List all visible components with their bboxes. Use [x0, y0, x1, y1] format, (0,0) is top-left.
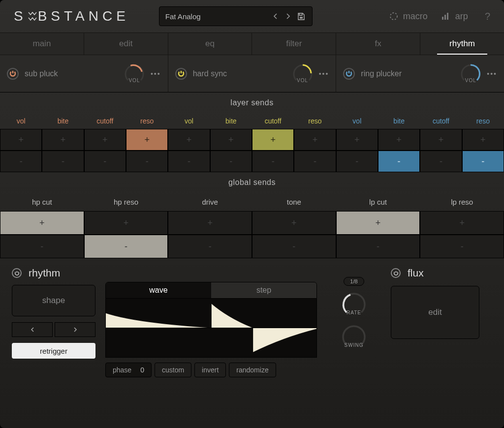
layer-1-power-icon[interactable]	[7, 68, 19, 80]
ls-cell[interactable]: -	[168, 151, 210, 172]
step-tab[interactable]: step	[211, 282, 316, 298]
tab-fx[interactable]: fx	[336, 33, 420, 55]
layer-2-more-icon[interactable]: •••	[319, 70, 329, 78]
gs-cell[interactable]: -	[168, 235, 252, 258]
layer-2-power-icon[interactable]	[175, 68, 187, 80]
gs-cell[interactable]: +	[84, 211, 168, 235]
ls-cell[interactable]: -	[462, 151, 504, 172]
rhythm-title: rhythm	[12, 267, 95, 279]
global-sends-title: global sends	[0, 172, 504, 193]
ls-cell[interactable]: +	[168, 129, 210, 151]
ls-cell[interactable]: -	[84, 151, 126, 172]
flux-power-icon[interactable]	[391, 268, 401, 278]
global-sends-headers: hp cuthp resodrivetonelp cutlp reso	[0, 193, 504, 211]
ls-cell[interactable]: +	[126, 129, 168, 151]
ls-cell[interactable]: -	[378, 151, 420, 172]
shape-prev-icon[interactable]	[12, 322, 53, 337]
layer-2-name: hard sync	[193, 69, 291, 78]
ls-cell[interactable]: -	[420, 151, 462, 172]
randomize-button[interactable]: randomize	[229, 363, 276, 377]
arp-button[interactable]: arp	[441, 11, 468, 22]
tab-main[interactable]: main	[0, 33, 84, 55]
preset-name: Fat Analog	[165, 12, 268, 21]
save-icon[interactable]	[296, 11, 306, 21]
ls-cell[interactable]: +	[378, 129, 420, 151]
swing-knob[interactable]: SWING	[340, 322, 368, 351]
preset-next-icon[interactable]	[284, 11, 293, 21]
svg-point-0	[390, 13, 397, 20]
gs-cell[interactable]: +	[420, 211, 504, 235]
flux-edit-button[interactable]: edit	[391, 286, 479, 339]
ls-cell[interactable]: +	[420, 129, 462, 151]
shape-button[interactable]: shape	[12, 285, 95, 316]
logo-mark-icon	[28, 12, 37, 21]
wave-step-tabs: wave step	[105, 282, 317, 299]
wave-display[interactable]	[105, 299, 317, 358]
layer-2: hard sync VOL •••	[168, 55, 336, 92]
ls-cell[interactable]: +	[42, 129, 84, 151]
layer-strips: sub pluck VOL ••• hard sync VOL ••• ring…	[0, 55, 504, 92]
rate-division[interactable]: 1/8	[344, 277, 364, 286]
gs-cell[interactable]: +	[252, 211, 336, 235]
ls-cell[interactable]: +	[252, 129, 294, 151]
ls-cell[interactable]: +	[210, 129, 252, 151]
bottom-panel: rhythm shape retrigger wave step	[0, 258, 504, 385]
layer-3-more-icon[interactable]: •••	[487, 70, 497, 78]
ls-cell[interactable]: -	[294, 151, 336, 172]
svg-rect-2	[444, 15, 446, 20]
ls-cell[interactable]: -	[0, 151, 42, 172]
preset-selector[interactable]: Fat Analog	[159, 6, 313, 26]
ls-cell[interactable]: +	[336, 129, 378, 151]
logo: S BSTANCE	[14, 8, 129, 24]
macro-icon	[389, 12, 398, 21]
ls-cell[interactable]: -	[252, 151, 294, 172]
help-button[interactable]: ?	[485, 11, 490, 22]
gs-cell[interactable]: +	[0, 211, 84, 235]
svg-rect-3	[447, 13, 448, 20]
ls-cell[interactable]: -	[336, 151, 378, 172]
gs-cell[interactable]: -	[252, 235, 336, 258]
custom-button[interactable]: custom	[155, 363, 191, 377]
phase-display[interactable]: phase0	[105, 363, 152, 377]
wave-tab[interactable]: wave	[106, 282, 211, 298]
tab-edit[interactable]: edit	[84, 33, 168, 55]
layer-3-name: ring plucker	[361, 69, 459, 78]
tab-rhythm[interactable]: rhythm	[420, 33, 504, 55]
ls-cell[interactable]: +	[294, 129, 336, 151]
tab-eq[interactable]: eq	[168, 33, 252, 55]
gs-cell[interactable]: -	[336, 235, 420, 258]
layer-3-vol-knob[interactable]: VOL	[459, 62, 482, 85]
logo-pre: S	[14, 8, 27, 24]
ls-cell[interactable]: +	[462, 129, 504, 151]
ls-cell[interactable]: -	[126, 151, 168, 172]
arp-icon	[441, 12, 450, 20]
gs-cell[interactable]: +	[336, 211, 420, 235]
shape-next-icon[interactable]	[55, 322, 95, 337]
invert-button[interactable]: invert	[194, 363, 226, 377]
layer-1-name: sub pluck	[25, 69, 123, 78]
gs-cell[interactable]: -	[420, 235, 504, 258]
layer-1-more-icon[interactable]: •••	[151, 70, 161, 78]
ls-cell[interactable]: +	[84, 129, 126, 151]
gs-cell[interactable]: +	[168, 211, 252, 235]
ls-cell[interactable]: +	[0, 129, 42, 151]
tab-filter[interactable]: filter	[252, 33, 336, 55]
rate-knob[interactable]: RATE	[340, 290, 368, 318]
layer-2-vol-knob[interactable]: VOL	[291, 62, 314, 85]
preset-prev-icon[interactable]	[271, 11, 281, 21]
svg-rect-1	[442, 17, 443, 20]
ls-cell[interactable]: -	[210, 151, 252, 172]
macro-button[interactable]: macro	[389, 11, 428, 22]
gs-cell[interactable]: -	[84, 235, 168, 258]
layer-1-vol-knob[interactable]: VOL	[123, 62, 146, 85]
layer-sends-headers: volbitecutoffreso volbitecutoffreso volb…	[0, 113, 504, 129]
layer-3: ring plucker VOL •••	[336, 55, 504, 92]
flux-title: flux	[391, 267, 424, 279]
ls-cell[interactable]: -	[42, 151, 84, 172]
gs-cell[interactable]: -	[0, 235, 84, 258]
rhythm-power-icon[interactable]	[12, 268, 22, 278]
layer-sends-grid: ++++ ++++ ++++ ---- ---- ----	[0, 129, 504, 172]
layer-3-power-icon[interactable]	[343, 68, 355, 80]
retrigger-button[interactable]: retrigger	[12, 343, 95, 359]
layer-sends-title: layer sends	[0, 92, 504, 113]
